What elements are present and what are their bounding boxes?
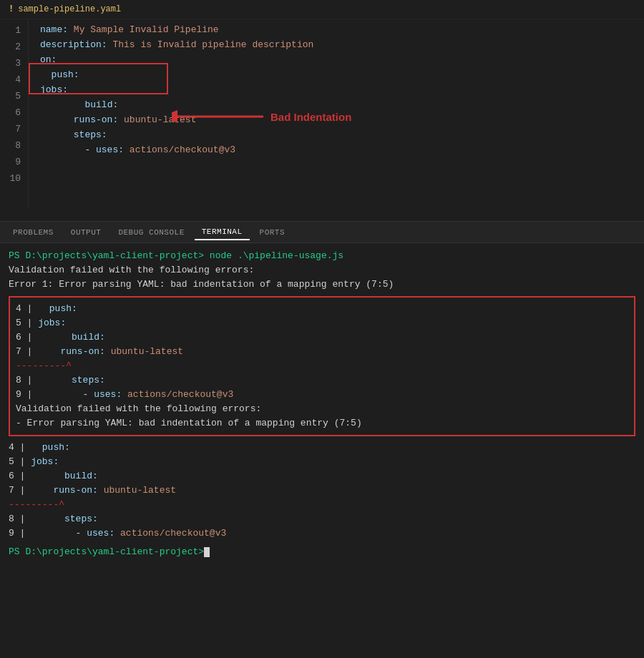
- line-numbers: 1 2 3 4 5 6 7 8 9 10: [0, 19, 29, 209]
- code-line-1: name: My Sample Invalid Pipeline: [40, 22, 644, 37]
- prompt-line-1: PS D:\projects\yaml-client-project> node…: [9, 249, 635, 263]
- arrow-svg: [172, 106, 265, 127]
- tab-output[interactable]: OUTPUT: [64, 225, 109, 240]
- prompt-text-final: PS D:\projects\yaml-client-project>: [9, 546, 204, 557]
- yaml-error-dashes: ---------^: [16, 359, 628, 373]
- second-block: 4 | push: 5 | jobs: 6 | build: 7 | runs-…: [9, 441, 635, 541]
- line-num-3: 3: [0, 55, 28, 72]
- bad-indentation-label: Bad Indentation: [270, 111, 351, 123]
- yaml-line2-6: 9 | - uses: actions/checkout@v3: [9, 526, 635, 541]
- command-node: node: [210, 250, 232, 261]
- line-num-10: 10: [0, 170, 28, 187]
- validation-output-1: Validation failed with the following err…: [9, 263, 635, 278]
- yaml-error-line-5: 8 | steps:: [16, 373, 628, 388]
- error-output-1: Error 1: Error parsing YAML: bad indenta…: [9, 278, 635, 292]
- validation-footer-2: - Error parsing YAML: bad indentation of…: [16, 416, 628, 431]
- editor-area: ! sample-pipeline.yaml 1 2 3 4 5 6 7 8 9…: [0, 0, 644, 222]
- code-line-3: on:: [40, 52, 644, 67]
- line-num-2: 2: [0, 39, 28, 55]
- tab-debug-console[interactable]: DEBUG CONSOLE: [111, 225, 191, 240]
- yaml-error-line-2: 5 | jobs:: [16, 316, 628, 330]
- yaml-error-line-1: 4 | push:: [16, 302, 628, 316]
- yaml-error-line-4: 7 | runs-on: ubuntu-latest: [16, 345, 628, 359]
- line-num-6: 6: [0, 104, 28, 121]
- yaml-line2-1: 4 | push:: [9, 441, 635, 455]
- code-line-8: steps:: [40, 127, 644, 142]
- line-num-5: 5: [0, 88, 28, 104]
- code-line-2: description: This is Invalid pipeline de…: [40, 37, 644, 52]
- yaml-line2-2: 5 | jobs:: [9, 455, 635, 469]
- validation-footer-1: Validation failed with the following err…: [16, 402, 628, 416]
- terminal-content[interactable]: PS D:\projects\yaml-client-project> node…: [0, 243, 644, 658]
- yaml-line2-5: 8 | steps:: [9, 512, 635, 526]
- prompt-text-1: PS D:\projects\yaml-client-project>: [9, 250, 210, 261]
- line-num-9: 9: [0, 154, 28, 170]
- prompt-line-final: PS D:\projects\yaml-client-project>: [9, 545, 635, 559]
- yaml-line2-4: 7 | runs-on: ubuntu-latest: [9, 483, 635, 498]
- line-num-8: 8: [0, 137, 28, 154]
- tab-ports[interactable]: PORTS: [253, 225, 293, 240]
- annotation-container: Bad Indentation: [172, 106, 351, 127]
- yaml-error-line-6: 9 | - uses: actions/checkout@v3: [16, 388, 628, 402]
- file-tab[interactable]: ! sample-pipeline.yaml: [0, 0, 644, 19]
- line-num-1: 1: [0, 22, 28, 39]
- yaml-dashes-2: ---------^: [9, 498, 635, 512]
- warning-icon: !: [9, 4, 14, 14]
- terminal-tabs: PROBLEMS OUTPUT DEBUG CONSOLE TERMINAL P…: [0, 222, 644, 243]
- code-line-5: jobs:: [40, 82, 644, 97]
- line-num-4: 4: [0, 72, 28, 88]
- tab-terminal[interactable]: TERMINAL: [195, 225, 250, 240]
- line-num-7: 7: [0, 121, 28, 137]
- error-block-1: 4 | push: 5 | jobs: 6 | build: 7 | runs-…: [9, 296, 635, 436]
- yaml-error-line-3: 6 | build:: [16, 330, 628, 345]
- tab-problems[interactable]: PROBLEMS: [6, 225, 61, 240]
- terminal-area: PROBLEMS OUTPUT DEBUG CONSOLE TERMINAL P…: [0, 222, 644, 658]
- file-tab-label: sample-pipeline.yaml: [18, 4, 121, 14]
- yaml-line2-3: 6 | build:: [9, 469, 635, 483]
- command-args: .\pipeline-usage.js: [232, 250, 343, 261]
- code-line-4: push:: [40, 67, 644, 82]
- code-line-9: - uses: actions/checkout@v3: [40, 142, 644, 157]
- cursor: [204, 547, 210, 557]
